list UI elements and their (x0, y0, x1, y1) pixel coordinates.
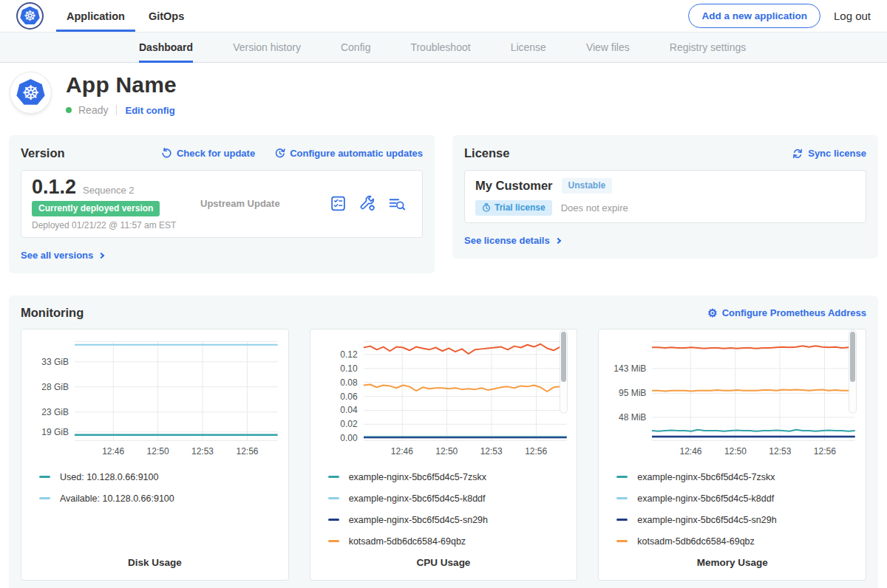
chevron-right-icon (554, 237, 560, 243)
edit-config-link[interactable]: Edit config (125, 105, 174, 116)
top-nav-tabs: Application GitOps (65, 0, 186, 32)
gear-icon: ⚙ (707, 307, 717, 318)
legend-item: kotsadm-5db6dc6584-69qbz (328, 530, 571, 552)
x-tick-label: 12:53 (480, 446, 503, 457)
cpu-usage-chart-card: 0.000.020.040.060.080.100.12 12:4612:501… (310, 329, 578, 581)
legend-scrollbar[interactable] (849, 329, 857, 414)
chart-title: Disk Usage (27, 557, 282, 571)
sync-license-link[interactable]: Sync license (792, 148, 866, 159)
chart-zone: 48 MiB95 MiB143 MiB 12:4612:5012:5312:56 (605, 338, 860, 457)
y-axis-labels: 0.000.020.040.060.080.100.12 (316, 341, 358, 441)
legend-item: example-nginx-5bc6f5d4c5-sn29h (616, 509, 860, 530)
status-text: Ready (78, 104, 108, 116)
legend-swatch-icon (328, 540, 339, 542)
scrollbar-thumb[interactable] (850, 332, 855, 382)
legend-swatch-icon (616, 497, 628, 499)
version-number: 0.1.2 (32, 177, 76, 197)
expiration-text: Does not expire (561, 202, 628, 213)
plot-area (75, 341, 278, 441)
wrench-gear-icon[interactable] (358, 195, 376, 212)
tab-config[interactable]: Config (341, 33, 370, 62)
check-for-update-link[interactable]: Check for update (161, 148, 255, 159)
legend-swatch-icon (39, 476, 50, 478)
tab-dashboard[interactable]: Dashboard (139, 33, 193, 62)
app-sub-nav: Dashboard Version history Config Trouble… (0, 32, 887, 63)
y-tick-label: 0.00 (340, 433, 357, 443)
configure-prometheus-label: Configure Prometheus Address (722, 307, 866, 318)
top-tab-application[interactable]: Application (65, 0, 126, 32)
x-tick-label: 12:53 (769, 446, 791, 457)
logout-link[interactable]: Log out (834, 10, 871, 22)
app-status-row: Ready Edit config (66, 104, 177, 116)
sync-license-label: Sync license (808, 148, 866, 159)
top-tab-gitops[interactable]: GitOps (147, 0, 186, 32)
sequence-label: Sequence 2 (83, 185, 134, 196)
version-card: Version Check for update Configure autom… (9, 135, 435, 273)
tab-version-history[interactable]: Version history (233, 33, 301, 62)
see-all-versions-link[interactable]: See all versions (21, 250, 103, 261)
app-header: ☸ App Name Ready Edit config (0, 63, 887, 116)
charts-row: 19 GiB23 GiB28 GiB33 GiB 12:4612:5012:53… (21, 329, 866, 581)
disk-usage-chart-card: 19 GiB23 GiB28 GiB33 GiB 12:4612:5012:53… (21, 329, 289, 581)
x-axis-labels: 12:4612:5012:5312:56 (75, 444, 278, 456)
customer-name: My Customer (475, 179, 553, 193)
legend-scrollbar[interactable] (560, 329, 568, 414)
legend-item: example-nginx-5bc6f5d4c5-k8ddf (328, 488, 571, 509)
chart-plot (364, 341, 567, 441)
dashboard-content: Version Check for update Configure autom… (0, 135, 887, 588)
x-tick-label: 12:50 (435, 446, 458, 457)
top-nav: ☸ Application GitOps Add a new applicati… (0, 0, 887, 32)
y-tick-label: 23 GiB (41, 407, 69, 417)
tab-registry-settings[interactable]: Registry settings (670, 33, 746, 62)
legend-label: Used: 10.128.0.66:9100 (60, 472, 158, 482)
chart-legend: example-nginx-5bc6f5d4c5-7zskxexample-ng… (316, 466, 571, 553)
x-axis-labels: 12:4612:5012:5312:56 (652, 444, 855, 456)
tab-view-files[interactable]: View files (586, 33, 630, 62)
y-tick-label: 0.08 (340, 377, 357, 388)
version-card-title: Version (21, 146, 65, 160)
y-tick-label: 0.02 (340, 419, 357, 429)
legend-swatch-icon (328, 476, 339, 478)
chart-title: Memory Usage (605, 557, 860, 571)
configure-automatic-updates-link[interactable]: Configure automatic updates (274, 148, 423, 159)
scrollbar-thumb[interactable] (561, 332, 566, 382)
legend-label: kotsadm-5db6dc6584-69qbz (637, 536, 754, 547)
view-logs-icon[interactable] (388, 196, 406, 212)
see-license-details-link[interactable]: See license details (464, 235, 560, 246)
legend-swatch-icon (616, 476, 628, 478)
add-application-button[interactable]: Add a new application (688, 4, 820, 28)
license-card-links: Sync license (792, 148, 866, 159)
legend-item: Used: 10.128.0.66:9100 (39, 466, 282, 488)
see-all-versions-row: See all versions (21, 248, 423, 261)
kubernetes-wheel-icon: ☸ (16, 79, 45, 106)
y-tick-label: 143 MiB (614, 363, 646, 374)
legend-swatch-icon (39, 497, 50, 499)
tab-license[interactable]: License (511, 33, 546, 62)
chevron-right-icon (98, 252, 104, 258)
deployed-version-badge: Currently deployed version (32, 201, 160, 216)
divider (116, 105, 117, 115)
kubernetes-wheel-icon: ☸ (20, 7, 40, 26)
license-card-header: License Sync license (464, 146, 866, 160)
version-card-header: Version Check for update Configure autom… (21, 146, 423, 160)
version-card-links: Check for update Configure automatic upd… (161, 148, 423, 159)
legend-swatch-icon (616, 519, 628, 521)
y-tick-label: 0.10 (340, 363, 357, 374)
preflight-checks-icon[interactable] (330, 195, 347, 212)
x-axis-labels: 12:4612:5012:5312:56 (364, 444, 567, 456)
memory-usage-chart-card: 48 MiB95 MiB143 MiB 12:4612:5012:5312:56… (598, 329, 866, 581)
see-all-versions-label: See all versions (21, 250, 93, 261)
page-title: App Name (66, 72, 177, 98)
configure-prometheus-link[interactable]: ⚙ Configure Prometheus Address (707, 307, 866, 318)
x-tick-label: 12:53 (191, 446, 214, 457)
x-tick-label: 12:56 (236, 446, 258, 457)
tab-troubleshoot[interactable]: Troubleshoot (410, 33, 470, 62)
legend-item: kotsadm-5db6dc6584-69qbz (616, 530, 860, 552)
monitoring-card: Monitoring ⚙ Configure Prometheus Addres… (9, 295, 878, 588)
version-action-icons (330, 195, 406, 212)
y-tick-label: 33 GiB (41, 357, 69, 367)
legend-label: kotsadm-5db6dc6584-69qbz (349, 536, 466, 547)
chart-zone: 19 GiB23 GiB28 GiB33 GiB 12:4612:5012:53… (27, 338, 282, 457)
legend-swatch-icon (616, 540, 628, 542)
refresh-icon (161, 148, 172, 159)
